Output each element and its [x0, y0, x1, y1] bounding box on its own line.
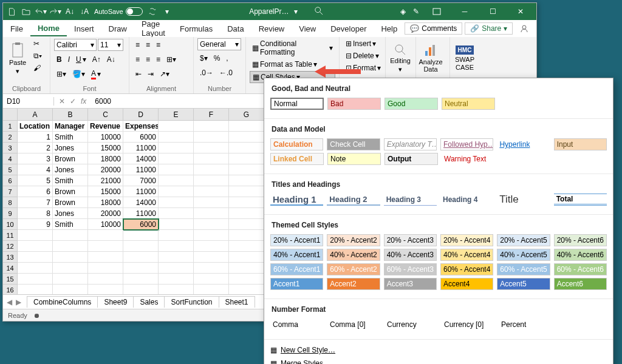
cell[interactable]	[159, 186, 194, 197]
italic-button[interactable]: I	[66, 54, 72, 65]
style-note[interactable]: Note	[327, 153, 381, 165]
row-header[interactable]: 4	[3, 153, 18, 164]
tab-next-icon[interactable]: ▶	[16, 298, 21, 306]
cell[interactable]	[159, 153, 194, 164]
cell[interactable]	[229, 175, 264, 186]
cell[interactable]	[194, 230, 229, 241]
tab-formulas[interactable]: Formulas	[173, 22, 220, 36]
align-mid-icon[interactable]: ≡	[143, 39, 152, 50]
cell[interactable]	[229, 197, 264, 208]
minimize-button[interactable]: ─	[451, 3, 478, 20]
percent-icon[interactable]: %	[211, 53, 223, 64]
open-icon[interactable]	[20, 5, 32, 18]
tab-review[interactable]: Review	[251, 22, 292, 36]
cell[interactable]	[194, 241, 229, 252]
style-accent[interactable]: 40% - Accent1	[270, 249, 323, 261]
maximize-button[interactable]: ☐	[479, 3, 506, 20]
sheet-tab[interactable]: CombineColumns	[27, 296, 98, 308]
style-accent[interactable]: 60% - Accent2	[327, 263, 380, 275]
style-output[interactable]: Output	[384, 153, 438, 165]
cell[interactable]: 14000	[123, 197, 159, 208]
style-accent[interactable]: 20% - Accent6	[554, 234, 607, 246]
cell[interactable]: 3	[18, 153, 53, 164]
share-button[interactable]: 🔗 Share ▾	[465, 22, 513, 35]
accounting-icon[interactable]: $▾	[197, 53, 210, 64]
cell[interactable]: 20000	[88, 208, 123, 219]
new-file-icon[interactable]	[5, 5, 18, 18]
cell[interactable]	[123, 274, 159, 285]
tab-draw[interactable]: Draw	[101, 22, 134, 36]
row-header[interactable]: 14	[3, 263, 18, 274]
cell[interactable]	[53, 241, 88, 252]
cell[interactable]: 1	[18, 132, 53, 143]
cell[interactable]	[88, 274, 123, 285]
style-heading1[interactable]: Heading 1	[270, 194, 323, 206]
cell[interactable]	[194, 252, 229, 263]
cell[interactable]	[88, 241, 123, 252]
style-accent[interactable]: 60% - Accent5	[497, 263, 550, 275]
row-header[interactable]: 8	[3, 197, 18, 208]
editing-button[interactable]: Editing▾	[389, 38, 411, 78]
cell[interactable]	[18, 230, 53, 241]
tab-file[interactable]: File	[3, 22, 30, 36]
style-accent[interactable]: 20% - Accent4	[440, 234, 493, 246]
sheet-tab[interactable]: SortFunction	[164, 296, 219, 308]
col-header[interactable]: F	[194, 109, 229, 120]
enter-formula-icon[interactable]: ✓	[70, 97, 76, 106]
cell[interactable]	[159, 175, 194, 186]
delete-cells-button[interactable]: ⊟ Delete ▾	[343, 50, 381, 61]
close-button[interactable]: ✕	[507, 3, 534, 20]
macro-record-icon[interactable]: ⏺	[33, 312, 40, 319]
col-header[interactable]: E	[159, 109, 194, 120]
style-accent[interactable]: 20% - Accent3	[384, 234, 437, 246]
cell[interactable]	[159, 230, 194, 241]
account-icon[interactable]	[515, 22, 533, 35]
style-heading4[interactable]: Heading 4	[440, 194, 493, 206]
cell[interactable]	[159, 208, 194, 219]
cell[interactable]	[123, 252, 159, 263]
cell[interactable]	[194, 175, 229, 186]
cell[interactable]	[194, 208, 229, 219]
analyze-data-button[interactable]: Analyze Data	[420, 38, 442, 78]
cell[interactable]: 4	[18, 164, 53, 175]
style-accent[interactable]: 20% - Accent1	[270, 234, 323, 246]
pen-icon[interactable]: ✎	[410, 5, 422, 18]
cell[interactable]: Jones	[53, 208, 88, 219]
style-accent[interactable]: Accent2	[327, 278, 380, 290]
row-header[interactable]: 12	[3, 241, 18, 252]
cell[interactable]: 11000	[123, 164, 159, 175]
cell[interactable]	[229, 285, 264, 294]
cell[interactable]	[159, 164, 194, 175]
cell[interactable]: 10000	[88, 219, 123, 230]
cell[interactable]	[194, 197, 229, 208]
style-neutral[interactable]: Neutral	[442, 98, 495, 110]
align-top-icon[interactable]: ≡	[133, 39, 142, 50]
cell[interactable]: Location	[18, 121, 53, 132]
cell[interactable]: 9	[18, 219, 53, 230]
cell[interactable]: 18000	[88, 197, 123, 208]
style-number-format[interactable]: Currency	[384, 318, 438, 331]
col-header[interactable]: B	[53, 109, 88, 120]
cell[interactable]: 6000	[123, 219, 159, 230]
cell[interactable]	[88, 230, 123, 241]
cell[interactable]	[159, 121, 194, 132]
copy-icon[interactable]: ⧉▾	[31, 50, 44, 61]
cell[interactable]	[123, 241, 159, 252]
conditional-formatting-button[interactable]: ▦ Conditional Formatting ▾	[250, 38, 335, 58]
style-accent[interactable]: Accent4	[440, 278, 493, 290]
style-accent[interactable]: 20% - Accent5	[497, 234, 550, 246]
row-header[interactable]: 9	[3, 208, 18, 219]
row-header[interactable]: 10	[3, 219, 18, 230]
swap-case-button[interactable]: HMC SWAP CASE	[454, 38, 476, 78]
cell[interactable]: 10000	[88, 132, 123, 143]
style-accent[interactable]: 60% - Accent1	[270, 263, 323, 275]
cell[interactable]	[229, 164, 264, 175]
cell[interactable]: 18000	[88, 153, 123, 164]
cell[interactable]: 21000	[88, 175, 123, 186]
comma-icon[interactable]: ,	[224, 53, 230, 64]
style-followed-hyperlink[interactable]: Followed Hyp…	[440, 138, 493, 150]
cell[interactable]: 7	[18, 197, 53, 208]
row-header[interactable]: 3	[3, 143, 18, 153]
style-calculation[interactable]: Calculation	[270, 138, 323, 150]
merge-button[interactable]: ⊞▾	[164, 54, 179, 65]
